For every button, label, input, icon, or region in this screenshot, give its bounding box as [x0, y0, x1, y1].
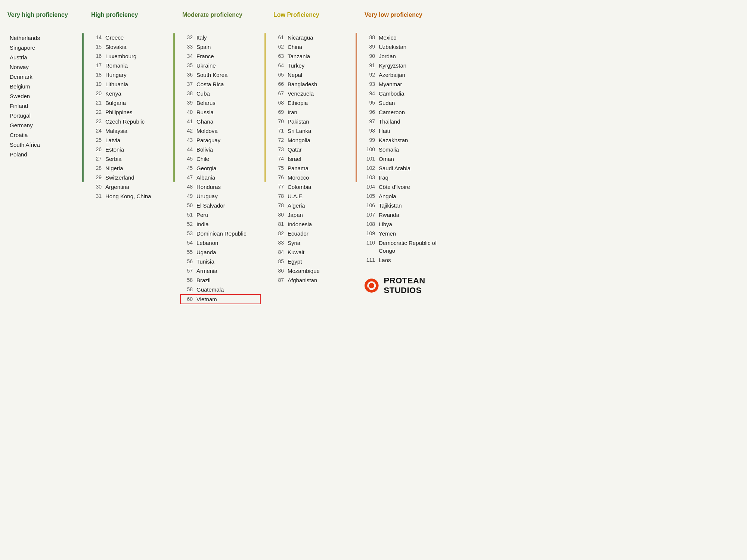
item-rank: 19 — [91, 80, 105, 88]
item-rank: 20 — [91, 90, 105, 97]
item-rank: 16 — [91, 52, 105, 60]
list-item: 24Malaysia — [91, 126, 170, 136]
item-rank: 91 — [365, 62, 379, 69]
item-rank: 18 — [91, 71, 105, 79]
item-rank: 80 — [273, 211, 288, 219]
item-rank: 15 — [91, 43, 105, 51]
item-country: Peru — [196, 211, 208, 219]
col-with-divider-moderate: Moderate proficiency 32Italy33Spain34Fra… — [173, 11, 264, 304]
item-country: Oman — [379, 155, 394, 163]
list-item: 16Luxembourg — [91, 52, 170, 61]
item-rank: 39 — [182, 99, 196, 107]
item-country: Albania — [196, 174, 215, 181]
list-item: 100Somalia — [365, 145, 443, 154]
item-rank: 88 — [365, 34, 379, 41]
item-country: Estonia — [105, 146, 124, 153]
item-rank: 84 — [273, 248, 288, 256]
item-rank: 50 — [182, 202, 196, 209]
list-item: 84Kuwait — [273, 248, 352, 257]
list-item: 22Philippines — [91, 108, 170, 117]
item-country: Rwanda — [379, 211, 399, 219]
item-country: Russia — [196, 108, 214, 116]
item-country: Tunisia — [196, 258, 214, 265]
item-country: Guatemala — [196, 286, 224, 293]
list-item: Belgium — [7, 81, 78, 91]
list-item: 40Russia — [182, 108, 261, 117]
list-item: 68Ethiopia — [273, 98, 352, 108]
item-country: Uganda — [196, 248, 216, 256]
item-rank: 99 — [365, 136, 379, 144]
item-country: Ethiopia — [288, 99, 308, 107]
item-country: Honduras — [196, 183, 221, 191]
item-country: Poland — [7, 150, 27, 158]
item-rank: 73 — [273, 146, 288, 153]
col-header-low: Low Proficiency — [273, 11, 352, 26]
list-item: 55Uganda — [182, 248, 261, 257]
item-country: Lithuania — [105, 80, 128, 88]
item-country: Mexico — [379, 34, 397, 41]
divider-low — [264, 33, 266, 182]
item-country: Myanmar — [379, 80, 402, 88]
item-rank: 45 — [182, 164, 196, 172]
list-item: Croatia — [7, 130, 78, 140]
item-country: Kyrgyzstan — [379, 62, 406, 69]
item-rank: 58 — [182, 276, 196, 284]
list-item: 37Costa Rica — [182, 80, 261, 89]
item-country: Democratic Republic of Congo — [379, 239, 443, 255]
item-country: Norway — [7, 63, 29, 71]
item-rank: 68 — [273, 99, 288, 107]
column-high: High proficiency 14Greece15Slovakia16Lux… — [87, 11, 173, 201]
list-item: 31Hong Kong, China — [91, 192, 170, 201]
item-country: Belarus — [196, 99, 216, 107]
list-item: 38Cuba — [182, 89, 261, 98]
item-country: Argentina — [105, 183, 129, 191]
item-country: Jordan — [379, 52, 396, 60]
item-rank: 76 — [273, 174, 288, 181]
item-country: Tanzania — [288, 52, 310, 60]
list-item: 54Lebanon — [182, 238, 261, 248]
item-country: Venezuela — [288, 90, 314, 97]
item-rank: 101 — [365, 155, 379, 163]
item-country: Cuba — [196, 90, 210, 97]
item-rank: 96 — [365, 108, 379, 116]
item-country: Qatar — [288, 146, 302, 153]
item-country: Thailand — [379, 118, 400, 125]
list-item: 14Greece — [91, 33, 170, 42]
item-rank: 111 — [365, 256, 379, 264]
item-country: Italy — [196, 34, 207, 41]
item-country: Greece — [105, 34, 124, 41]
item-rank: 25 — [91, 136, 105, 144]
item-country: Serbia — [105, 155, 121, 163]
item-country: Mozambique — [288, 267, 320, 275]
item-rank: 109 — [365, 230, 379, 237]
list-item: 21Bulgaria — [91, 98, 170, 108]
list-item: 56Tunisia — [182, 257, 261, 266]
list-item: 33Spain — [182, 42, 261, 52]
item-country: Afghanistan — [288, 276, 317, 284]
list-item: 69Iran — [273, 108, 352, 117]
list-item: 67Venezuela — [273, 89, 352, 98]
item-rank: 77 — [273, 183, 288, 191]
item-rank: 23 — [91, 118, 105, 125]
list-item: 89Uzbekistan — [365, 42, 443, 52]
item-country: Georgia — [196, 164, 216, 172]
item-rank: 87 — [273, 276, 288, 284]
item-country: Syria — [288, 239, 300, 247]
item-rank: 52 — [182, 220, 196, 228]
list-item: 45Chile — [182, 154, 261, 164]
list-item: 109Yemen — [365, 229, 443, 238]
item-country: China — [288, 43, 302, 51]
item-country: Czech Republic — [105, 118, 145, 125]
item-rank: 51 — [182, 211, 196, 219]
list-item: 78U.A.E. — [273, 192, 352, 201]
list-item: 48Honduras — [182, 182, 261, 192]
col-with-divider-very-low: Very low proficiency 88Mexico89Uzbekista… — [356, 11, 443, 295]
item-country: Dominican Republic — [196, 230, 246, 237]
item-rank: 44 — [182, 146, 196, 153]
list-item: 63Tanzania — [273, 52, 352, 61]
list-item: 98Haiti — [365, 126, 443, 136]
list-item: 60Vietnam — [180, 294, 261, 304]
item-rank: 41 — [182, 118, 196, 125]
item-rank: 24 — [91, 127, 105, 135]
item-country: Indonesia — [288, 220, 312, 228]
